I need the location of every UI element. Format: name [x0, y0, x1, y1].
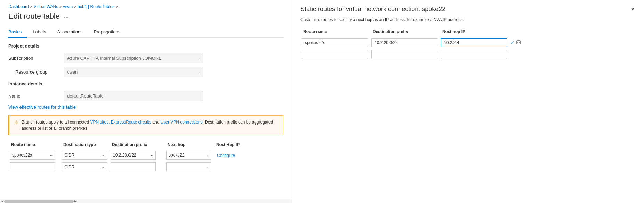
next-hop-cell-2: ⌄	[165, 162, 214, 172]
dest-prefix-input-2[interactable]	[111, 162, 156, 171]
table-row: ✓	[300, 37, 636, 48]
subscription-label: Subscription	[8, 56, 64, 61]
static-col-header-name: Route name	[300, 28, 370, 35]
next-hop-dropdown-1[interactable]: spoke22 ⌄	[166, 151, 211, 160]
static-dest-prefix-input-1[interactable]	[371, 38, 437, 47]
static-row-actions-2	[509, 54, 523, 55]
left-panel: Dashboard > Virtual WANs > vwan > hub1 |…	[0, 0, 292, 203]
route-name-dropdown-1[interactable]: spokes22x ⌄	[10, 151, 55, 160]
static-next-hop-ip-cell-2	[440, 49, 509, 60]
breadcrumb-sep-3: >	[74, 5, 76, 9]
tab-associations[interactable]: Associations	[57, 26, 88, 38]
route-name-cell-2	[8, 162, 61, 172]
breadcrumb-virtualwans[interactable]: Virtual WANs	[34, 4, 58, 9]
breadcrumb-vwan[interactable]: vwan	[63, 4, 73, 9]
next-hop-cell-1: spoke22 ⌄	[165, 150, 214, 160]
dest-prefix-dropdown-1[interactable]: 10.2.20.0/22 ⌄	[111, 151, 156, 160]
next-hop-ip-cell-1: Configure	[214, 152, 255, 159]
static-row-actions-1: ✓	[509, 39, 523, 46]
static-route-name-input-2[interactable]	[302, 50, 368, 59]
name-label: Name	[8, 93, 64, 99]
horizontal-scrollbar[interactable]: ◀ ▶	[0, 199, 292, 203]
table-row: spokes22x ⌄ CIDR ⌄ 10.2.20.0/22 ⌄ spoke2…	[8, 150, 283, 160]
subscription-value: Azure CXP FTA Internal Subscription JOMO…	[67, 56, 162, 61]
breadcrumb-sep-1: >	[30, 5, 32, 9]
tabs: Basics Labels Associations Propagations	[8, 26, 283, 38]
name-row: Name defaultRouteTable	[8, 91, 283, 101]
right-panel: Static routes for virtual network connec…	[292, 0, 644, 203]
static-next-hop-ip-input-2[interactable]	[441, 50, 507, 59]
scroll-thumb[interactable]	[4, 200, 74, 203]
routes-col-header-dest-type: Destination type	[61, 141, 109, 149]
resource-group-label: Resource group	[8, 69, 64, 75]
routes-col-header-name: Route name	[8, 141, 61, 149]
user-vpn-link[interactable]: User VPN connections	[161, 120, 203, 125]
static-col-header-dest-prefix: Destination prefix	[370, 28, 440, 35]
subscription-row: Subscription Azure CXP FTA Internal Subs…	[8, 53, 283, 63]
static-dest-prefix-cell-2	[370, 49, 440, 60]
static-next-hop-ip-input-1[interactable]	[441, 38, 507, 47]
dest-type-cell-2: CIDR ⌄	[61, 162, 109, 172]
confirm-icon[interactable]: ✓	[510, 40, 515, 45]
panel-header: Static routes for virtual network connec…	[300, 6, 636, 13]
dest-type-dropdown-2[interactable]: CIDR ⌄	[62, 162, 107, 171]
dest-prefix-cell-1: 10.2.20.0/22 ⌄	[109, 150, 165, 160]
subscription-chevron-icon: ⌄	[197, 56, 200, 60]
route-name-cell-1: spokes22x ⌄	[8, 150, 61, 160]
dest-type-value-1: CIDR	[64, 153, 74, 158]
expressroute-link[interactable]: ExpressRoute circuits	[111, 120, 151, 125]
vpn-sites-link[interactable]: VPN sites	[90, 120, 108, 125]
close-button[interactable]: ×	[630, 6, 636, 13]
next-hop-ip-cell-2	[214, 166, 255, 168]
route-name-arrow-1: ⌄	[50, 153, 53, 157]
tab-propagations[interactable]: Propagations	[94, 26, 126, 38]
route-name-input-2[interactable]	[10, 162, 55, 171]
dest-prefix-cell-2	[109, 162, 165, 172]
next-hop-arrow-1: ⌄	[206, 153, 209, 157]
dest-type-dropdown-1[interactable]: CIDR ⌄	[62, 151, 107, 160]
dest-type-arrow-2: ⌄	[102, 165, 105, 169]
view-effective-routes-link[interactable]: View effective routes for this table	[8, 104, 76, 110]
static-routes-table: Route name Destination prefix Next hop I…	[300, 28, 636, 60]
routes-table-header: Route name Destination type Destination …	[8, 141, 283, 149]
page-title: Edit route table	[8, 12, 60, 21]
resource-group-dropdown[interactable]: vwan ⌄	[64, 67, 203, 77]
ellipsis-button[interactable]: ...	[63, 12, 70, 20]
static-col-header-next-hop-ip: Next hop IP	[440, 28, 509, 35]
panel-description: Customize routes to specify a next hop a…	[300, 17, 636, 22]
configure-link-1[interactable]: Configure	[215, 152, 237, 159]
static-route-name-cell-1	[300, 37, 370, 48]
static-dest-prefix-cell-1	[370, 37, 440, 48]
tab-labels[interactable]: Labels	[33, 26, 51, 38]
next-hop-dropdown-2[interactable]: ⌄	[166, 162, 211, 171]
static-col-header-actions	[509, 28, 523, 35]
breadcrumb-hub1-routetables[interactable]: hub1 | Route Tables	[78, 4, 114, 9]
dest-type-value-2: CIDR	[64, 164, 74, 169]
dest-prefix-value-1: 10.2.20.0/22	[113, 153, 136, 158]
tab-basics[interactable]: Basics	[8, 26, 27, 38]
dest-type-arrow-1: ⌄	[102, 153, 105, 157]
subscription-dropdown[interactable]: Azure CXP FTA Internal Subscription JOMO…	[64, 53, 203, 63]
static-dest-prefix-input-2[interactable]	[371, 50, 437, 59]
next-hop-arrow-2: ⌄	[206, 165, 209, 169]
static-route-name-input-1[interactable]	[302, 38, 368, 47]
scroll-right-icon[interactable]: ▶	[74, 200, 77, 203]
breadcrumb-sep-2: >	[59, 5, 62, 9]
page-title-row: Edit route table ...	[8, 12, 283, 21]
next-hop-value-1: spoke22	[169, 153, 184, 158]
scroll-left-icon[interactable]: ◀	[1, 200, 4, 203]
resource-group-value: vwan	[67, 69, 78, 75]
warning-icon: ⚠	[14, 119, 19, 125]
table-row: CIDR ⌄ ⌄	[8, 162, 283, 172]
warning-text: Branch routes apply to all connected VPN…	[22, 119, 278, 132]
route-name-value-1: spokes22x	[12, 153, 32, 158]
resource-group-chevron-icon: ⌄	[197, 70, 200, 74]
instance-details-title: Instance details	[8, 81, 283, 86]
breadcrumb-dashboard[interactable]: Dashboard	[8, 4, 29, 9]
table-row	[300, 49, 636, 60]
breadcrumb: Dashboard > Virtual WANs > vwan > hub1 |…	[8, 4, 283, 9]
static-next-hop-ip-cell-1	[440, 37, 509, 48]
breadcrumb-sep-4: >	[116, 5, 118, 9]
static-route-name-cell-2	[300, 49, 370, 60]
delete-icon[interactable]	[516, 40, 521, 46]
